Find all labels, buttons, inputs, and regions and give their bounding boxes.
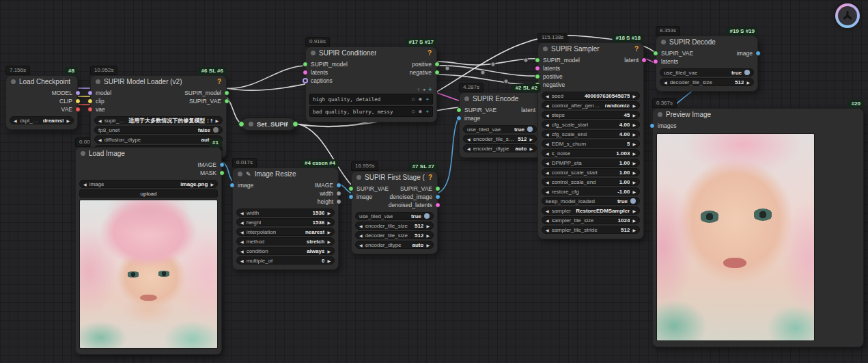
widget-fp8_unet[interactable]: fp8_unetfalse: [94, 126, 223, 134]
widget-EDM_s_churn[interactable]: ◀EDM_s_churn5▶: [542, 139, 640, 148]
input-port-vae[interactable]: vae: [93, 106, 105, 113]
node-supir-conditioner[interactable]: SUPIR Conditioner?SUPIR_modelpositivelat…: [305, 46, 437, 122]
increment-arrow-icon[interactable]: ▶: [632, 218, 636, 223]
decrement-arrow-icon[interactable]: ◀: [546, 151, 549, 156]
node-supir-decode[interactable]: SUPIR DecodeSUPIR_VAEimagelatentsuse_til…: [656, 36, 758, 92]
input-port-images[interactable]: images: [655, 122, 676, 129]
output-port-width[interactable]: width: [320, 190, 336, 197]
increment-arrow-icon[interactable]: ▶: [529, 137, 533, 142]
port-dot[interactable]: [653, 59, 658, 64]
increment-arrow-icon[interactable]: ▶: [632, 209, 636, 213]
port-dot[interactable]: [435, 202, 440, 208]
widget-pin-icons[interactable]: ○ ● ✛: [412, 109, 430, 114]
port-dot[interactable]: [75, 90, 81, 96]
widget-steps[interactable]: ◀steps45▶: [542, 111, 640, 119]
widget-restore_cfg[interactable]: ◀restore_cfg-1.00▶: [542, 187, 640, 196]
decrement-arrow-icon[interactable]: ◀: [546, 218, 549, 223]
increment-arrow-icon[interactable]: ▶: [426, 243, 430, 247]
widget-image[interactable]: ◀imageimage.png▶: [79, 180, 218, 188]
reroute-dot[interactable]: [504, 79, 508, 83]
decrement-arrow-icon[interactable]: ◀: [240, 249, 244, 254]
node-load-image[interactable]: Load ImageIMAGEMASK◀imageimage.png▶uploa…: [75, 147, 222, 355]
output-port-SUPIR_VAE[interactable]: SUPIR_VAE: [400, 185, 435, 192]
widget-use_tiled_vae[interactable]: use_tiled_vaetrue: [463, 125, 537, 133]
node-supir-sampler[interactable]: SUPIR Sampler?SUPIR_modellatentlatentspo…: [537, 42, 644, 239]
port-dot[interactable]: [535, 66, 540, 71]
decrement-arrow-icon[interactable]: ◀: [546, 113, 549, 118]
decrement-arrow-icon[interactable]: ◀: [546, 132, 549, 137]
input-port-image[interactable]: image: [235, 182, 253, 189]
increment-arrow-icon[interactable]: ▶: [215, 118, 219, 123]
increment-arrow-icon[interactable]: ▶: [426, 224, 430, 228]
output-port-SUPIR_model[interactable]: SUPIR_model: [184, 90, 224, 96]
node-load-checkpoint[interactable]: Load CheckpointMODELCLIPVAE◀ckpt_namedre…: [5, 75, 78, 130]
collapse-toggle[interactable]: [661, 40, 666, 44]
node-supir-encode[interactable]: SUPIR EncodeSUPIR_VAElatentimageuse_tile…: [459, 92, 541, 158]
widget-encoder_dtype[interactable]: ◀encoder_dtypeauto▶: [355, 241, 434, 249]
input-port-SUPIR_VAE[interactable]: SUPIR_VAE: [658, 50, 693, 57]
output-port-positive[interactable]: positive: [412, 61, 434, 68]
widget-encoder_tile_size[interactable]: ◀encoder_tile_size512▶: [355, 221, 434, 230]
decrement-arrow-icon[interactable]: ◀: [546, 228, 549, 232]
input-port-negative[interactable]: negative: [540, 81, 565, 88]
output-port-height[interactable]: height: [318, 198, 336, 205]
increment-arrow-icon[interactable]: ▶: [210, 182, 214, 187]
collapse-toggle[interactable]: [543, 46, 548, 51]
output-port-negative[interactable]: negative: [410, 69, 434, 76]
port-dot[interactable]: [456, 107, 462, 113]
widget-interpolation[interactable]: ◀interpolationnearest▶: [236, 228, 335, 236]
decrement-arrow-icon[interactable]: ◀: [546, 122, 549, 127]
decrement-arrow-icon[interactable]: ◀: [664, 80, 667, 85]
output-port-MASK[interactable]: MASK: [200, 170, 219, 176]
increment-arrow-icon[interactable]: ▶: [327, 239, 331, 244]
input-port-latents[interactable]: latents: [658, 58, 678, 65]
node-supir-first-stage[interactable]: SUPIR First Stage (Denoiser)?SUPIR_VAESU…: [351, 171, 438, 254]
collapse-toggle[interactable]: [11, 79, 16, 84]
port-dot[interactable]: [75, 107, 81, 112]
decrement-arrow-icon[interactable]: ◀: [83, 182, 87, 187]
toggle-knob[interactable]: [213, 127, 219, 133]
decrement-arrow-icon[interactable]: ◀: [546, 161, 549, 165]
port-dot[interactable]: [641, 57, 647, 63]
output-port-latent[interactable]: latent: [624, 57, 641, 64]
input-port-SUPIR_model[interactable]: SUPIR_model: [540, 57, 580, 64]
node-supir-model-loader[interactable]: SUPIR Model Loader (v2)?modelSUPIR_model…: [90, 75, 227, 159]
decrement-arrow-icon[interactable]: ◀: [546, 209, 549, 213]
workflow-canvas[interactable]: 7.156s#8Load CheckpointMODELCLIPVAE◀ckpt…: [0, 0, 868, 363]
increment-arrow-icon[interactable]: ▶: [327, 258, 331, 263]
decrement-arrow-icon[interactable]: ◀: [546, 94, 549, 98]
increment-arrow-icon[interactable]: ▶: [632, 103, 636, 108]
widget-cfg_scale_start[interactable]: ◀cfg_scale_start4.00▶: [542, 120, 640, 129]
increment-arrow-icon[interactable]: ▶: [632, 132, 636, 137]
port-dot[interactable]: [336, 191, 341, 196]
increment-arrow-icon[interactable]: ▶: [529, 146, 533, 151]
decrement-arrow-icon[interactable]: ◀: [98, 137, 102, 142]
input-port-SUPIR_VAE[interactable]: SUPIR_VAE: [462, 107, 496, 113]
increment-arrow-icon[interactable]: ▶: [632, 122, 636, 127]
input-port-latents[interactable]: latents: [308, 69, 328, 76]
widget-pin-icons[interactable]: ○ ● ✛: [417, 87, 433, 92]
decrement-arrow-icon[interactable]: ◀: [240, 258, 244, 263]
widget-sampler_tile_stride[interactable]: ◀sampler_tile_stride512▶: [542, 226, 640, 234]
port-dot[interactable]: [303, 70, 308, 75]
decrement-arrow-icon[interactable]: ◀: [240, 220, 244, 225]
collapse-toggle[interactable]: [464, 96, 469, 101]
reroute-dot[interactable]: [481, 70, 485, 75]
port-dot[interactable]: [224, 90, 229, 96]
widget-decoder_tile_size[interactable]: ◀decoder_tile_size512▶: [355, 231, 434, 239]
increment-arrow-icon[interactable]: ▶: [632, 189, 636, 194]
widget-supir_model[interactable]: ◀supir_model适用于大多数情况下的修复模型：SUPIR-v0Q...▶: [94, 116, 223, 124]
input-port-captions[interactable]: captions: [308, 77, 333, 84]
input-port-positive[interactable]: positive: [540, 73, 563, 80]
output-port-VAE[interactable]: VAE: [61, 106, 75, 113]
widget-pin-icons[interactable]: ○ ● ✛: [412, 96, 430, 102]
increment-arrow-icon[interactable]: ▶: [632, 228, 636, 232]
increment-arrow-icon[interactable]: ▶: [327, 211, 331, 215]
toggle-knob[interactable]: [527, 126, 533, 132]
input-port-SUPIR_VAE[interactable]: SUPIR_VAE: [354, 185, 389, 192]
port-dot[interactable]: [435, 186, 440, 191]
output-port-CLIP[interactable]: CLIP: [59, 98, 75, 105]
node-set-supirvae[interactable]: Set_SUPIRVAE: [240, 117, 296, 131]
decrement-arrow-icon[interactable]: ◀: [546, 170, 549, 175]
node-image-resize[interactable]: ✎Image ResizeimageIMAGEwidthheight◀width…: [232, 167, 339, 270]
